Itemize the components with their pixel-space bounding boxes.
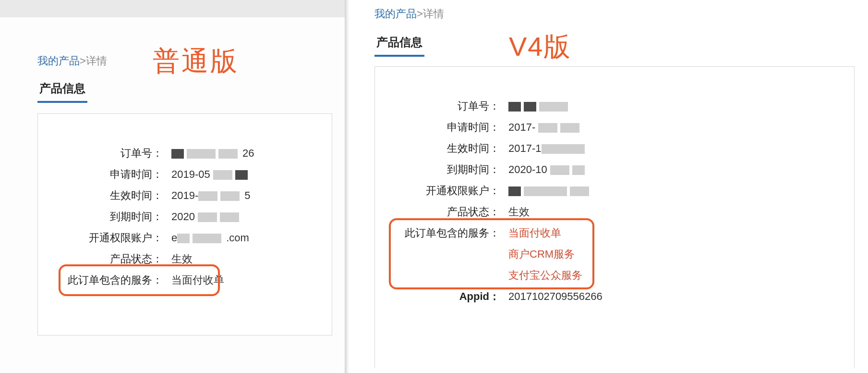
row-effective-time: 生效时间： 2019-5 [38,185,332,206]
row-apply-time: 申请时间： 2019-05 [38,164,332,185]
label-order-no: 订单号： [375,99,508,113]
row-account: 开通权限账户： [375,180,854,201]
right-version-annotation: V4版 [509,29,572,65]
label-effective-time: 生效时间： [375,141,508,156]
tab-product-info[interactable]: 产品信息 [37,81,87,103]
label-expire-time: 到期时间： [38,210,171,224]
breadcrumb-my-products[interactable]: 我的产品 [37,55,80,67]
breadcrumb: 我的产品>详情 [374,7,444,21]
row-effective-time: 生效时间： 2017-1 [375,138,854,159]
value-order-no: 26 [171,147,254,160]
right-version-panel: V4版 我的产品>详情 产品信息 订单号： 申请时间： 2017- [374,0,868,373]
left-version-annotation: 普通版 [153,43,239,80]
divider-shadow [345,0,350,373]
value-account: e.com [171,232,249,244]
breadcrumb-current: 详情 [86,55,107,67]
row-expire-time: 到期时间： 2020-10 [375,159,854,180]
comparison-stage: 普通版 我的产品>详情 产品信息 订单号： 26 申请时间： 2019-05 [0,0,868,373]
label-effective-time: 生效时间： [38,188,171,203]
breadcrumb: 我的产品>详情 [37,54,107,68]
left-version-panel: 普通版 我的产品>详情 产品信息 订单号： 26 申请时间： 2019-05 [0,0,346,373]
value-order-no [508,100,571,112]
highlight-services-left [59,264,220,296]
breadcrumb-sep: > [417,8,423,20]
value-apply-time: 2017- [508,121,582,134]
row-apply-time: 申请时间： 2017- [375,117,854,138]
value-effective-time: 2017-1 [508,142,588,155]
tab-product-info[interactable]: 产品信息 [374,35,424,57]
label-expire-time: 到期时间： [375,162,508,177]
value-expire-time: 2020 [171,211,242,223]
value-effective-time: 2019-5 [171,189,251,202]
value-appid: 2017102709556266 [508,290,603,303]
highlight-services-right [389,218,594,289]
label-account: 开通权限账户： [375,184,508,198]
row-order-no: 订单号： 26 [38,143,332,164]
label-account: 开通权限账户： [38,231,171,245]
left-topstrip [0,0,346,17]
row-expire-time: 到期时间： 2020 [38,206,332,227]
value-apply-time: 2019-05 [171,168,251,181]
right-info-box: 订单号： 申请时间： 2017- 生效时间： 2017-1 [374,66,855,368]
label-apply-time: 申请时间： [375,120,508,135]
value-account [508,185,592,197]
breadcrumb-my-products[interactable]: 我的产品 [374,8,417,20]
value-expire-time: 2020-10 [508,163,588,176]
row-account: 开通权限账户： e.com [38,227,332,249]
left-info-box: 订单号： 26 申请时间： 2019-05 生效时间： 2019-5 [37,113,332,336]
label-apply-time: 申请时间： [38,167,171,182]
breadcrumb-current: 详情 [423,8,444,20]
value-status: 生效 [508,205,530,219]
breadcrumb-sep: > [80,55,86,67]
label-status: 产品状态： [375,205,508,219]
row-order-no: 订单号： [375,96,854,117]
label-order-no: 订单号： [38,146,171,161]
label-appid: Appid： [375,289,508,304]
